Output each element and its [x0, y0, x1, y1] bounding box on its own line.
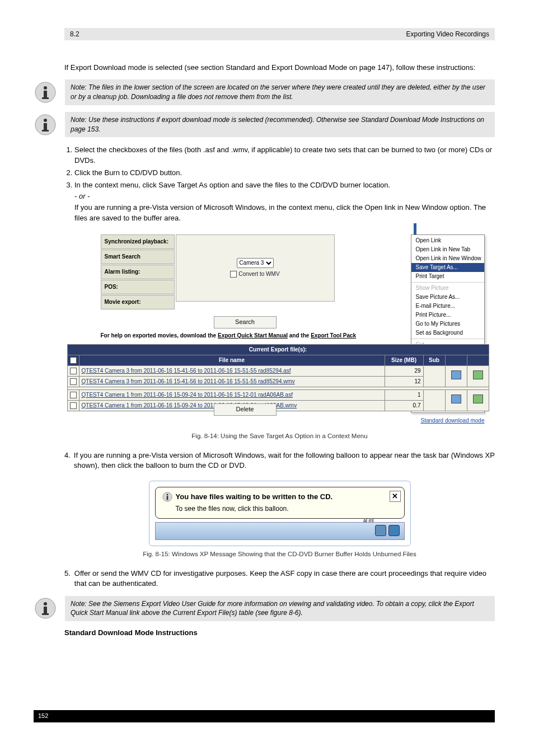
- step-2: Click the Burn to CD/DVD button.: [74, 168, 182, 177]
- svg-rect-12: [44, 602, 47, 605]
- intro-text: If Export Download mode is selected (see…: [64, 63, 495, 73]
- taskbar-hint: al inl: [363, 517, 374, 524]
- info-icon: [34, 81, 57, 104]
- row-checkbox[interactable]: [70, 402, 77, 409]
- svg-rect-13: [44, 607, 47, 614]
- figure-2: You have files waiting to be written to …: [149, 481, 411, 546]
- step-1: Select the checkboxes of the files (both…: [74, 145, 492, 164]
- select-all-checkbox[interactable]: [70, 357, 77, 364]
- help-line-mid: and the: [288, 332, 311, 339]
- balloon-subtext: To see the files now, click this balloon…: [176, 504, 388, 514]
- row-alarm: Alarm listing:: [101, 265, 175, 279]
- note-box-2: Note: Use these instructions if export d…: [65, 112, 495, 138]
- standard-download-link[interactable]: Standard download mode: [421, 417, 485, 425]
- ctx-save-pic[interactable]: Save Picture As...: [411, 293, 484, 302]
- svg-rect-2: [44, 91, 47, 98]
- steps-list: Select the checkboxes of the files (both…: [64, 144, 495, 224]
- tray-icon[interactable]: [375, 525, 386, 536]
- footer-left: 152: [38, 712, 48, 720]
- col-sub: Sub: [423, 355, 445, 365]
- ctx-goto-pics[interactable]: Go to My Pictures: [411, 320, 484, 328]
- page-header-band: 8.2 Exporting Video Recordings: [64, 28, 495, 40]
- action-icon[interactable]: [451, 395, 461, 403]
- file-name-link[interactable]: QTEST4 Camera 1 from 2011-06-16 15-09-24…: [79, 389, 385, 400]
- search-button[interactable]: Search: [214, 316, 277, 328]
- row-checkbox[interactable]: [70, 378, 77, 385]
- ctx-email-pic[interactable]: E-mail Picture...: [411, 302, 484, 311]
- col-size: Size (MB): [385, 355, 423, 365]
- slider-marker-icon: [414, 223, 416, 236]
- svg-rect-3: [42, 97, 49, 99]
- ctx-show-pic: Show Picture: [411, 284, 484, 293]
- row-checkbox[interactable]: [70, 368, 77, 374]
- info-icon: [34, 113, 57, 137]
- svg-rect-7: [42, 130, 49, 132]
- ctx-save-target[interactable]: Save Target As...: [411, 263, 484, 272]
- help-link-2[interactable]: Export Tool Pack: [311, 332, 356, 339]
- convert-label: Convert to WMV: [238, 271, 279, 277]
- export-files-table: Current Export file(s): File name Size (…: [67, 344, 489, 411]
- step-5-number: 5.: [64, 569, 71, 589]
- row-sync: Synchronized playback:: [101, 234, 175, 249]
- table-row: QTEST4 Camera 3 from 2011-06-16 15-41-56…: [67, 365, 489, 376]
- taskbar: al inl: [155, 522, 405, 540]
- ctx-open-new-win[interactable]: Open Link in New Window: [411, 254, 484, 263]
- close-icon[interactable]: ✕: [390, 491, 401, 502]
- convert-checkbox[interactable]: [230, 271, 237, 278]
- action-icon[interactable]: [451, 370, 461, 379]
- info-icon: [162, 492, 172, 502]
- action-icon[interactable]: [473, 395, 483, 403]
- row-smart: Smart Search: [101, 250, 175, 264]
- note-box-1: Note: The files in the lower section of …: [65, 79, 495, 105]
- figure-2-caption: Fig. 8-15: Windows XP Message Showing th…: [64, 550, 495, 558]
- info-icon: [34, 597, 57, 620]
- step-3b: If you are running a pre-Vista version o…: [74, 203, 495, 223]
- row-export: Movie export:: [101, 295, 175, 309]
- figure-1-caption: Fig. 8-14: Using the Save Target As Opti…: [64, 431, 495, 440]
- file-size: 29: [385, 365, 423, 376]
- action-icon[interactable]: [473, 370, 483, 379]
- svg-rect-5: [44, 119, 47, 122]
- svg-rect-9: [166, 494, 168, 496]
- step-3-or: - or -: [74, 191, 495, 201]
- balloon-title: You have files waiting to be written to …: [176, 492, 333, 502]
- delete-button[interactable]: Delete: [214, 403, 277, 416]
- page-footer-band: 152: [34, 710, 495, 722]
- table-row: QTEST4 Camera 1 from 2011-06-16 15-09-24…: [67, 389, 489, 400]
- camera-select[interactable]: Camera 3: [237, 258, 274, 268]
- balloon-tooltip[interactable]: You have files waiting to be written to …: [155, 487, 405, 519]
- ctx-print-pic[interactable]: Print Picture...: [411, 311, 484, 320]
- step-4-number: 4.: [64, 450, 71, 471]
- row-checkbox[interactable]: [70, 392, 77, 398]
- ctx-set-bg[interactable]: Set as Background: [411, 328, 484, 337]
- ctx-open-link[interactable]: Open Link: [411, 236, 484, 245]
- svg-rect-1: [44, 86, 47, 90]
- file-size: 12: [385, 376, 423, 387]
- help-line-pre: For help on exported movies, download th…: [101, 332, 218, 339]
- help-line: For help on exported movies, download th…: [101, 332, 357, 340]
- file-size: 1: [385, 389, 423, 400]
- step-5-text: Offer or send the WMV CD for investigati…: [74, 569, 495, 589]
- svg-rect-14: [42, 613, 49, 615]
- ctx-print-target[interactable]: Print Target: [411, 272, 484, 281]
- section-title: Standard Download Mode Instructions: [64, 628, 495, 638]
- center-panel: Camera 3 Convert to WMV: [176, 234, 335, 302]
- tray-icon[interactable]: [388, 525, 400, 536]
- step-3a: In the context menu, click Save Target A…: [74, 181, 390, 189]
- file-name-link[interactable]: QTEST4 Camera 3 from 2011-06-16 15-41-56…: [79, 376, 385, 387]
- step-4-text: If you are running a pre-Vista version o…: [74, 450, 495, 471]
- figure-1: Synchronized playback: Smart Search Alar…: [67, 234, 493, 428]
- help-link-1[interactable]: Export Quick Start Manual: [218, 332, 288, 339]
- page-header-left: 8.2: [70, 30, 406, 39]
- page-header-right: Exporting Video Recordings: [406, 30, 489, 39]
- ctx-open-new-tab[interactable]: Open Link in New Tab: [411, 245, 484, 254]
- table-title: Current Export file(s):: [67, 344, 489, 355]
- svg-rect-10: [166, 496, 168, 500]
- row-pos: POS:: [101, 280, 175, 294]
- file-name-link[interactable]: QTEST4 Camera 3 from 2011-06-16 15-41-56…: [79, 365, 385, 376]
- file-size: 0.7: [385, 400, 423, 411]
- svg-rect-6: [44, 123, 47, 131]
- col-file: File name: [79, 355, 385, 365]
- note-box-3: Note: See the Siemens Export Video User …: [65, 596, 495, 622]
